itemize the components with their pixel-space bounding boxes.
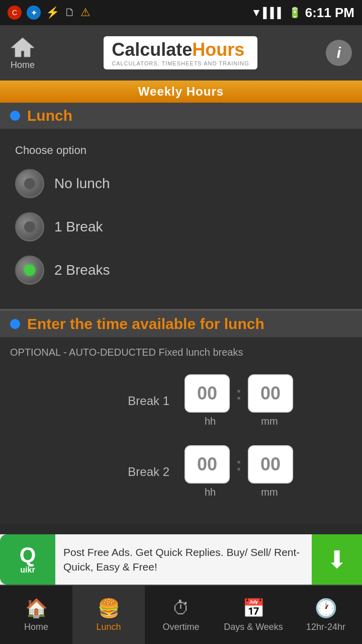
status-bar: C ✦ ⚡ 🗋 ⚠ ▾ ▌▌▌ 🔋 6:11 PM [0,0,362,25]
no-lunch-label: No lunch [54,176,110,192]
weekly-banner-text: Weekly Hours [138,85,224,99]
nav-home-icon: 🏠 [25,598,48,619]
break-1-time-group: 00 : 00 [185,374,293,413]
quikr-logo: Q uikr [0,534,55,585]
break-1-hours-input[interactable]: 00 [185,374,230,413]
lunch-section-title: Lunch [27,107,72,124]
break-1-inputs: 00 : 00 hh mm [185,374,293,427]
ad-text: Post Free Ads. Get Quick Replies. Buy/ S… [55,540,312,580]
enter-time-section-header: Enter the time available for lunch [0,311,362,337]
signal-icon: ▌▌▌ [263,7,285,19]
status-icons-left: C ✦ ⚡ 🗋 ⚠ [8,6,90,20]
lunch-options-content: Choose option No lunch 1 Break 2 Breaks [0,129,362,309]
doc-icon: 🗋 [64,6,75,19]
nav-12hr-label: 12hr-24hr [306,622,345,632]
one-break-option[interactable]: 1 Break [15,212,347,242]
lunch-section-header: Lunch [0,103,362,129]
ad-banner[interactable]: Q uikr Post Free Ads. Get Quick Replies.… [0,534,362,585]
nav-overtime-label: Overtime [162,622,199,632]
home-icon [10,36,35,58]
nav-lunch[interactable]: 🍔 Lunch [72,586,145,644]
ad-download-button[interactable]: ⬇ [312,534,362,585]
nav-12hr-24hr[interactable]: 🕐 12hr-24hr [290,586,362,644]
app-icon-2: ✦ [27,6,41,20]
break-2-row: Break 2 00 : 00 hh mm [10,445,352,498]
logo-calculate: Calculate [112,39,192,60]
break-1-mm-label: mm [247,416,292,427]
enter-time-title: Enter the time available for lunch [27,315,264,333]
no-lunch-option[interactable]: No lunch [15,169,347,198]
app-header: Home CalculateHours CALCULATORS, TIMESHE… [0,25,362,80]
nav-days-weeks-icon: 📅 [242,598,265,619]
quikr-q-letter: Q [20,544,36,566]
break-1-hh-label: hh [188,416,233,427]
break-2-minutes-input[interactable]: 00 [248,445,293,484]
logo-hours: Hours [192,39,244,60]
nav-home[interactable]: 🏠 Home [0,586,72,644]
status-time: 6:11 PM [305,5,354,21]
two-breaks-label: 2 Breaks [54,262,110,278]
break-2-label: Break 2 [69,465,169,479]
one-break-label: 1 Break [54,219,103,235]
nav-lunch-icon: 🍔 [98,598,120,619]
svg-marker-0 [11,38,34,57]
info-button[interactable]: i [326,40,352,66]
enter-time-content: OPTIONAL - AUTO-DEDUCTED Fixed lunch bre… [0,337,362,524]
choose-option-label: Choose option [15,144,347,157]
lunch-section-dot [10,111,20,121]
usb-icon: ⚡ [46,6,59,19]
app-icon-1: C [8,6,22,20]
no-lunch-radio-inner [24,178,35,189]
break-2-colon: : [236,454,242,475]
break-2-hours-input[interactable]: 00 [185,445,230,484]
battery-icon: 🔋 [289,7,301,19]
break-1-colon: : [236,383,242,404]
break-1-minutes-input[interactable]: 00 [248,374,293,413]
one-break-radio-inner [24,221,35,232]
break-2-time-labels: hh mm [188,487,292,498]
nav-home-label: Home [24,622,48,632]
optional-text: OPTIONAL - AUTO-DEDUCTED Fixed lunch bre… [10,345,352,359]
nav-clock-icon: 🕐 [315,598,337,619]
nav-days-weeks[interactable]: 📅 Days & Weeks [217,586,290,644]
quikr-text: uikr [20,566,35,575]
nav-overtime[interactable]: ⏱ Overtime [145,586,217,644]
home-label: Home [11,60,35,70]
download-icon: ⬇ [327,545,347,574]
status-icons-right: ▾ ▌▌▌ 🔋 6:11 PM [253,5,354,21]
home-nav-button[interactable]: Home [10,36,35,70]
app-logo: CalculateHours CALCULATORS, TIMESHEETS A… [104,36,257,69]
bottom-nav: 🏠 Home 🍔 Lunch ⏱ Overtime 📅 Days & Weeks… [0,585,362,644]
weekly-banner: Weekly Hours [0,80,362,103]
nav-days-weeks-label: Days & Weeks [224,622,283,632]
break-2-hh-label: hh [188,487,233,498]
break-2-time-group: 00 : 00 [185,445,293,484]
break-1-label: Break 1 [69,394,169,408]
two-breaks-option[interactable]: 2 Breaks [15,256,347,285]
two-breaks-radio-inner [24,265,35,276]
logo-subtitle: CALCULATORS, TIMESHEETS AND TRAINING [112,60,249,66]
one-break-radio-outer [15,212,44,242]
wifi-icon: ▾ [253,6,259,19]
nav-overtime-icon: ⏱ [172,598,190,619]
warning-icon: ⚠ [80,6,90,19]
break-2-inputs: 00 : 00 hh mm [185,445,293,498]
enter-time-dot [10,319,20,329]
break-1-time-labels: hh mm [188,416,292,427]
two-breaks-radio-outer [15,256,44,285]
break-1-row: Break 1 00 : 00 hh mm [10,374,352,427]
nav-lunch-label: Lunch [96,622,121,632]
break-2-mm-label: mm [247,487,292,498]
no-lunch-radio-outer [15,169,44,198]
info-icon: i [337,44,341,61]
